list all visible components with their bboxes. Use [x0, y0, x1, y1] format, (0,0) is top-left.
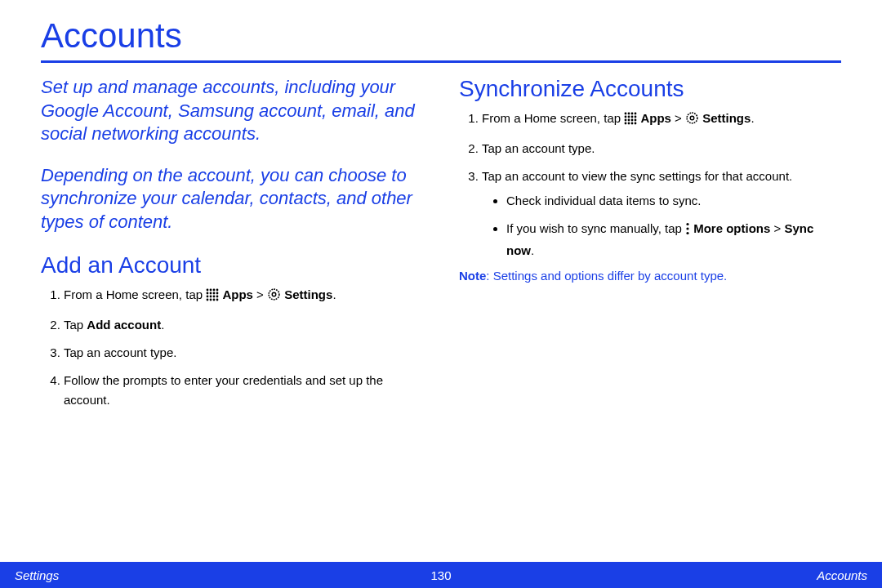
svg-point-6	[213, 292, 216, 294]
sync-step-2: Tap an account type.	[482, 139, 841, 158]
add-account-label: Add account	[87, 318, 161, 332]
svg-point-3	[216, 288, 219, 291]
sync-step-1: From a Home screen, tap Apps > Sett	[482, 109, 841, 131]
sync-sub-1: Check individual data items to sync.	[506, 191, 841, 211]
sync-heading: Synchronize Accounts	[459, 76, 841, 102]
settings-gear-icon	[685, 111, 699, 131]
svg-point-29	[635, 119, 637, 122]
add-step-3: Tap an account type.	[64, 343, 423, 363]
more-options-icon	[685, 221, 690, 241]
svg-point-23	[628, 116, 630, 118]
svg-point-19	[628, 113, 630, 115]
gt-sep: >	[770, 221, 784, 235]
sync-steps: From a Home screen, tap Apps > Sett	[459, 109, 841, 261]
add-step-1: From a Home screen, tap Apps > Sett	[64, 285, 423, 307]
period: .	[751, 111, 754, 125]
intro-paragraph-2: Depending on the account, you can choose…	[41, 164, 423, 234]
svg-point-16	[269, 289, 279, 300]
apps-grid-icon	[206, 287, 219, 307]
svg-point-31	[628, 122, 630, 125]
svg-point-0	[207, 288, 209, 291]
add-account-steps: From a Home screen, tap Apps > Sett	[41, 285, 423, 410]
sync-substeps: Check individual data items to sync. If …	[482, 191, 841, 261]
svg-point-12	[207, 298, 209, 301]
page-footer: Settings 130 Accounts	[0, 562, 882, 588]
svg-point-5	[210, 292, 212, 294]
content-columns: Set up and manage accounts, including yo…	[41, 76, 841, 418]
note-text: : Settings and options differ by account…	[486, 269, 727, 283]
svg-point-18	[625, 113, 627, 115]
svg-point-22	[625, 116, 627, 118]
add-account-heading: Add an Account	[41, 252, 423, 278]
settings-label: Settings	[284, 287, 332, 301]
svg-point-38	[686, 232, 688, 234]
svg-point-11	[216, 295, 219, 297]
step-text: From a Home screen, tap	[64, 287, 206, 301]
left-column: Set up and manage accounts, including yo…	[41, 76, 423, 418]
svg-point-33	[635, 122, 637, 125]
svg-point-24	[631, 116, 634, 118]
step-text: Tap	[64, 318, 87, 332]
svg-point-35	[690, 116, 694, 120]
page-title: Accounts	[41, 16, 841, 63]
period: .	[332, 287, 336, 301]
svg-point-25	[635, 116, 637, 118]
svg-point-7	[216, 292, 219, 294]
period: .	[161, 318, 164, 332]
manual-page: Accounts Set up and manage accounts, inc…	[0, 0, 882, 588]
svg-point-8	[207, 295, 209, 297]
note-line: Note: Settings and options differ by acc…	[459, 269, 841, 283]
step-text: If you wish to sync manually, tap	[506, 221, 685, 235]
right-column: Synchronize Accounts From a Home screen,…	[459, 76, 841, 418]
footer-page-number: 130	[0, 568, 882, 582]
sync-step-3: Tap an account to view the sync settings…	[482, 167, 841, 261]
step-text: From a Home screen, tap	[482, 111, 624, 125]
settings-gear-icon	[267, 287, 281, 307]
more-options-label: More options	[693, 221, 770, 235]
svg-point-13	[210, 298, 212, 301]
step-text: Tap an account to view the sync settings…	[482, 169, 792, 183]
svg-point-4	[207, 292, 209, 294]
svg-point-28	[631, 119, 634, 122]
svg-point-36	[686, 223, 688, 225]
apps-grid-icon	[624, 111, 637, 131]
svg-point-14	[213, 298, 216, 301]
svg-point-1	[210, 288, 212, 291]
svg-point-17	[272, 292, 276, 296]
svg-point-30	[625, 122, 627, 125]
svg-point-9	[210, 295, 212, 297]
add-step-4: Follow the prompts to enter your credent…	[64, 371, 423, 410]
settings-label: Settings	[702, 111, 751, 125]
svg-point-20	[631, 113, 634, 115]
sync-sub-2: If you wish to sync manually, tap More o…	[506, 219, 841, 261]
apps-label: Apps	[222, 287, 253, 301]
gt-sep: >	[253, 287, 267, 301]
svg-point-26	[625, 119, 627, 122]
svg-point-32	[631, 122, 634, 125]
svg-point-10	[213, 295, 216, 297]
svg-point-34	[687, 113, 697, 123]
svg-point-27	[628, 119, 630, 122]
svg-point-2	[213, 288, 216, 291]
add-step-2: Tap Add account.	[64, 315, 423, 335]
svg-point-15	[216, 298, 219, 301]
svg-point-21	[635, 113, 637, 115]
period: .	[531, 243, 534, 257]
note-label: Note	[459, 269, 486, 283]
svg-point-37	[686, 227, 688, 229]
intro-paragraph-1: Set up and manage accounts, including yo…	[41, 76, 423, 146]
apps-label: Apps	[640, 111, 671, 125]
gt-sep: >	[671, 111, 685, 125]
